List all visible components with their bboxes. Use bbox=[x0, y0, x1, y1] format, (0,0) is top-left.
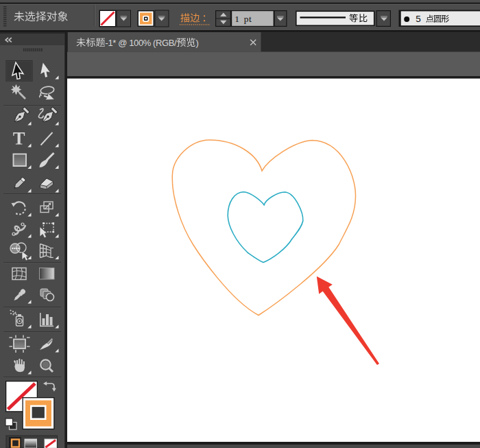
svg-text:pt: pt bbox=[244, 14, 252, 24]
svg-text:-1* @ 100% (RGB/: -1* @ 100% (RGB/ bbox=[106, 38, 178, 48]
svg-text:5: 5 bbox=[416, 14, 421, 24]
svg-text:1: 1 bbox=[235, 14, 239, 24]
svg-text:): ) bbox=[195, 38, 198, 48]
